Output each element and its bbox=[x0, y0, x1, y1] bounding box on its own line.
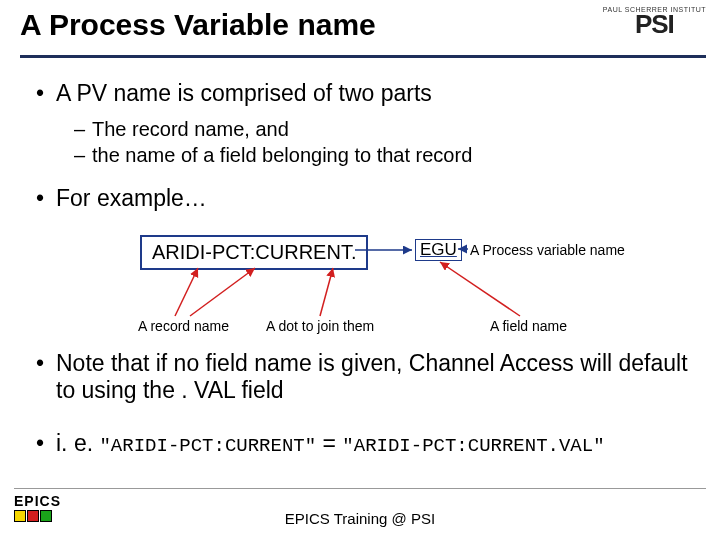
bullet-4: i. e. "ARIDI-PCT:CURRENT" = "ARIDI-PCT:C… bbox=[56, 430, 605, 457]
bullet-4-prefix: i. e. bbox=[56, 430, 99, 456]
bullet-4-eq: = bbox=[316, 430, 342, 456]
example-record-box: ARIDI-PCT:CURRENT. bbox=[140, 235, 368, 270]
slide-title: A Process Variable name bbox=[20, 8, 376, 42]
slide: A Process Variable name PAUL SCHERRER IN… bbox=[0, 0, 720, 540]
epics-logo-text: EPICS bbox=[14, 493, 61, 509]
bullet-1a: The record name, and bbox=[92, 118, 289, 141]
svg-line-1 bbox=[190, 268, 255, 316]
bullet-1b: the name of a field belonging to that re… bbox=[92, 144, 472, 167]
pv-name-label: A Process variable name bbox=[470, 242, 625, 258]
example-field-text: EGU bbox=[420, 240, 457, 259]
bullet-2: For example… bbox=[56, 185, 207, 212]
bullet-1: A PV name is comprised of two parts bbox=[56, 80, 432, 107]
example-dot-text: . bbox=[351, 241, 357, 263]
field-name-label: A field name bbox=[490, 318, 567, 334]
svg-line-0 bbox=[175, 268, 198, 316]
svg-line-2 bbox=[320, 268, 333, 316]
footer-rule bbox=[14, 488, 706, 489]
svg-line-3 bbox=[440, 262, 520, 316]
example-field-box: EGU bbox=[415, 239, 462, 261]
dot-label: A dot to join them bbox=[266, 318, 374, 334]
record-name-label: A record name bbox=[138, 318, 229, 334]
psi-logo: PAUL SCHERRER INSTITUT PSI bbox=[603, 6, 706, 35]
bullet-4-q1: "ARIDI-PCT:CURRENT" bbox=[99, 435, 316, 457]
bullet-4-q2: "ARIDI-PCT:CURRENT.VAL" bbox=[342, 435, 604, 457]
psi-logo-main: PSI bbox=[603, 13, 706, 35]
title-rule bbox=[20, 55, 706, 58]
footer-text: EPICS Training @ PSI bbox=[0, 510, 720, 527]
example-record-text: ARIDI-PCT:CURRENT bbox=[152, 241, 351, 263]
bullet-3: Note that if no field name is given, Cha… bbox=[56, 350, 690, 404]
